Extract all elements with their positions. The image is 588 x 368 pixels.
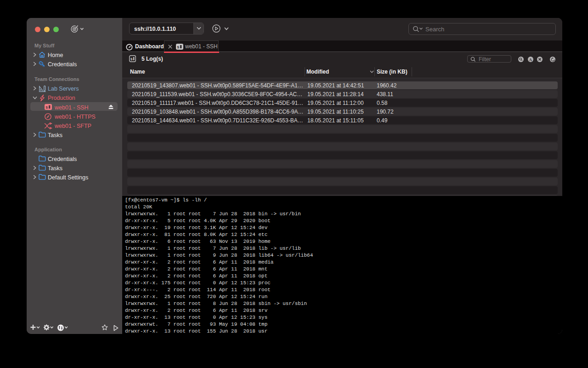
svg-text:A: A [529,58,532,62]
svg-text:$: $ [177,45,180,49]
svg-text:$: $ [46,105,48,109]
svg-text:$: $ [130,57,133,61]
